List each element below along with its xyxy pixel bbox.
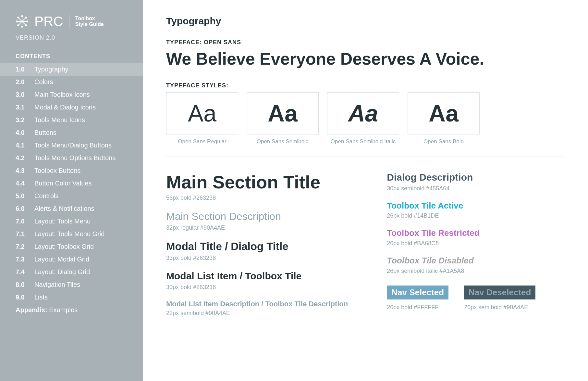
typeface-style-card: AaOpen Sans Bold [408,92,480,145]
typeface-sample-box: Aa [166,92,238,134]
svg-point-5 [21,26,23,27]
typeface-style-card: AaOpen Sans Regular [166,92,238,145]
sidebar-item-number: 3.0 [16,91,28,98]
type-spec-meta: 26px bold #14B1DE [387,212,535,219]
type-spec-meta: 32px regular #90A4AE [166,224,348,231]
type-spec-sample: Toolbox Tile Disabled [387,256,535,266]
nav-chip-selected-col: Nav Selected26px bold #FFFFFF [387,286,448,311]
typeface-style-caption: Open Sans Semibold Italic [331,138,396,145]
type-spec-block: Modal Title / Dialog Title33px bold #263… [166,240,348,261]
sidebar-item-number: 4.2 [16,154,28,162]
svg-point-4 [21,16,23,17]
nav-chip-selected: Nav Selected [387,286,448,299]
main-content: Typography TYPEFACE: OPEN SANS We Believ… [143,0,588,381]
sidebar-item-number: 7.2 [16,243,28,250]
sidebar-item-number: 4.3 [16,167,28,174]
sidebar-item-label: Alerts & Notifications [34,205,94,212]
typeface-label: TYPEFACE: OPEN SANS [166,39,565,46]
type-spec-meta: 26px semibold italic #A1A5A8 [387,268,535,274]
type-spec-block: Toolbox Tile Restricted26px bold #BA68C8 [387,228,535,247]
type-spec-meta: 22px semibold #90A4AE [166,310,348,317]
nav-chip-deselected-col: Nav Deselected26px semibold #90A4AE [464,286,535,311]
sidebar-item-7-1[interactable]: 7.1Layout: Tools Menu Grid [0,228,143,240]
sidebar-item-4-0[interactable]: 4.0Buttons [0,126,143,139]
type-spec-sample: Modal List Item / Toolbox Tile [166,271,348,282]
sidebar-item-label: Navigation Tiles [34,281,80,288]
sidebar-item-number: 5.0 [16,192,28,200]
svg-point-11 [18,25,19,26]
contents-nav: 1.0Typography2.0Colors3.0Main Toolbox Ic… [0,63,143,316]
sidebar-item-label: Button Color Values [34,180,92,187]
sidebar-item-label: Layout: Tools Menu Grid [34,230,104,238]
sidebar-item-3-0[interactable]: 3.0Main Toolbox Icons [0,88,143,101]
type-spec-meta: 33px bold #263238 [166,255,348,261]
section-divider [166,157,565,157]
svg-point-6 [16,21,18,22]
sidebar-item-1-0[interactable]: 1.0Typography [0,63,143,76]
type-specs: Main Section Title56px bold #263238Main … [166,172,565,326]
sidebar-item-5-0[interactable]: 5.0Controls [0,190,143,202]
type-spec-sample: Modal List Item Description / Toolbox Ti… [166,300,348,308]
typeface-styles-row: AaOpen Sans RegularAaOpen Sans SemiboldA… [166,92,565,145]
sidebar-item-label: Layout: Dialog Grid [34,268,90,276]
typeface-style-card: AaOpen Sans Semibold Italic [327,92,399,145]
sidebar-item-number: 1.0 [16,66,28,73]
sidebar: PRC Toolbox Style Guide VERSION 2.0 CONT… [0,0,143,381]
typeface-sample-box: Aa [247,92,319,134]
sidebar-item-3-1[interactable]: 3.1Modal & Dialog Icons [0,101,143,114]
nav-chip-deselected: Nav Deselected [464,286,535,299]
sidebar-item-4-2[interactable]: 4.2Tools Menu Options Buttons [0,152,143,164]
sidebar-item-number: 7.1 [16,230,28,238]
sidebar-item-7-3[interactable]: 7.3Layout: Modal Grid [0,253,143,266]
version-label: VERSION 2.0 [0,32,143,50]
sidebar-item-number: 7.3 [16,256,28,263]
sidebar-item-6-0[interactable]: 6.0Alerts & Notifications [0,202,143,215]
sidebar-item-number: 9.0 [16,294,28,301]
sidebar-item-7-0[interactable]: 7.0Layout: Tools Menu [0,215,143,228]
sidebar-item-label: Typography [34,66,68,73]
sidebar-item-label: Modal & Dialog Icons [34,104,96,111]
sidebar-item-number: 3.2 [16,116,28,124]
type-spec-block: Main Section Title56px bold #263238 [166,172,348,201]
sidebar-item-4-4[interactable]: 4.4Button Color Values [0,177,143,190]
sidebar-item-label: Tools Menu Icons [34,116,85,124]
sidebar-item-7-2[interactable]: 7.2Layout: Toolbox Grid [0,240,143,253]
type-spec-block: Modal List Item Description / Toolbox Ti… [166,300,348,317]
type-spec-meta: 26px semibold #90A4AE [464,304,535,311]
brand-separator [69,15,69,28]
type-spec-sample: Dialog Description [387,172,535,183]
type-spec-sample: Toolbox Tile Active [387,201,535,211]
sidebar-item-9-0[interactable]: 9.0Lists [0,291,143,304]
sidebar-item-number: 3.1 [16,104,28,111]
brand-name: PRC [34,14,63,29]
sidebar-item-number: 4.4 [16,180,28,187]
sidebar-item-number: 8.0 [16,281,28,288]
type-spec-block: Modal List Item / Toolbox Tile30px bold … [166,271,348,291]
type-spec-sample: Main Section Description [166,210,348,222]
sidebar-item-number: 2.0 [16,78,28,86]
typeface-style-card: AaOpen Sans Semibold [247,92,319,145]
sidebar-item-3-2[interactable]: 3.2Tools Menu Icons [0,114,143,126]
sidebar-item-2-0[interactable]: 2.0Colors [0,76,143,88]
sidebar-item-number: 7.4 [16,268,28,276]
sidebar-item-8-0[interactable]: 8.0Navigation Tiles [0,278,143,291]
type-spec-meta: 56px bold #263238 [166,195,348,201]
type-spec-block: Toolbox Tile Active26px bold #14B1DE [387,201,535,220]
contents-heading: CONTENTS [0,50,143,63]
type-spec-meta: 26px bold #BA68C8 [387,240,535,247]
sidebar-item-label: Lists [34,294,48,301]
sidebar-item-4-1[interactable]: 4.1Tools Menu/Dialog Buttons [0,139,143,152]
svg-point-7 [27,21,28,22]
type-specs-right: Dialog Description30px semibold #455A64T… [387,172,535,326]
sidebar-item-label: Controls [34,192,58,200]
type-spec-meta: 30px bold #263238 [166,284,348,291]
sidebar-item-label: Main Toolbox Icons [34,91,90,98]
brand-sub-line2: Style Guide [75,21,104,27]
sidebar-item-7-4[interactable]: 7.4Layout: Dialog Grid [0,266,143,278]
sidebar-item-appendix[interactable]: Appendix: Examples [0,304,143,316]
sidebar-item-4-3[interactable]: 4.3Toolbox Buttons [0,164,143,177]
type-spec-block: Main Section Description32px regular #90… [166,210,348,231]
sidebar-item-number: 7.0 [16,218,28,225]
sidebar-item-number: 4.0 [16,129,28,136]
typeface-style-caption: Open Sans Regular [178,138,226,145]
